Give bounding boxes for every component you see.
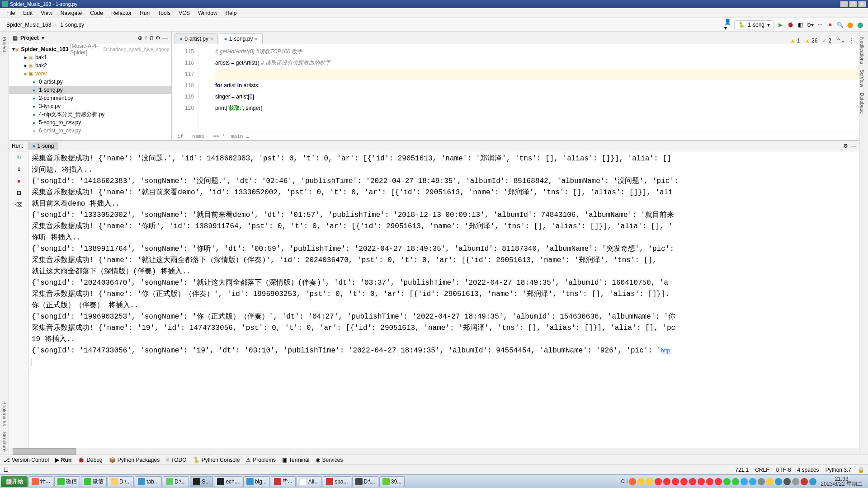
- breadcrumb-file[interactable]: 1-song.py: [58, 21, 86, 29]
- clear-button[interactable]: ⌫: [15, 201, 23, 208]
- select-opened-icon[interactable]: ⊕: [138, 35, 142, 41]
- tray-icon[interactable]: [715, 478, 722, 485]
- menu-view[interactable]: View: [37, 9, 56, 17]
- tray-icon[interactable]: [723, 478, 731, 485]
- menu-navigate[interactable]: Navigate: [57, 9, 85, 17]
- status-indent[interactable]: 4 spaces: [797, 467, 819, 473]
- tray-icon[interactable]: [809, 478, 816, 485]
- tray-icon[interactable]: [801, 478, 808, 485]
- warnings-badge[interactable]: ▲26: [805, 38, 819, 44]
- taskbar-item[interactable]: D:\...: [163, 476, 189, 487]
- search-everywhere-button[interactable]: 🔍: [836, 21, 844, 28]
- tree-item-6csv[interactable]: ●6-artist_to_csv.py: [9, 127, 171, 135]
- menu-edit[interactable]: Edit: [19, 9, 36, 17]
- taskbar-clock[interactable]: 21:33 2023/8/22 星期二: [818, 477, 865, 487]
- console-output[interactable]: 采集音乐数据成功! {'name': '没问题.', 'id': 1418602…: [29, 151, 859, 448]
- status-icon[interactable]: ☐: [4, 467, 9, 473]
- debug-button[interactable]: 🐞: [787, 21, 794, 28]
- fold-gutter[interactable]: [199, 44, 206, 132]
- tray-icon[interactable]: [766, 478, 774, 485]
- tray-icon[interactable]: [706, 478, 713, 485]
- taskbar-item[interactable]: 微信: [54, 476, 80, 487]
- status-encoding[interactable]: UTF-8: [776, 467, 791, 473]
- menu-file[interactable]: File: [3, 9, 19, 17]
- menu-refactor[interactable]: Refactor: [108, 9, 135, 17]
- taskbar-item[interactable]: D:\...: [108, 476, 134, 487]
- tool-problems[interactable]: ⚠ Problems: [246, 457, 276, 463]
- menu-run[interactable]: Run: [136, 9, 153, 17]
- tray-icon[interactable]: [646, 478, 653, 485]
- expand-icon[interactable]: ⌃⌄: [836, 38, 845, 44]
- ide-settings-icon[interactable]: ⬤: [856, 21, 863, 28]
- start-button[interactable]: 🪟 开始: [1, 476, 28, 487]
- tray-icon[interactable]: [749, 478, 756, 485]
- chevron-down-icon[interactable]: ▾: [42, 35, 44, 41]
- expand-all-icon[interactable]: ≡: [144, 35, 147, 41]
- tray-icon[interactable]: [792, 478, 799, 485]
- tree-root[interactable]: ▾ ▣ Spider_Music_163 [Music-API-Spider] …: [9, 45, 171, 53]
- user-icon[interactable]: 👤▾: [724, 21, 731, 28]
- ime-indicator[interactable]: CH: [621, 479, 627, 484]
- tray-icon[interactable]: [698, 478, 705, 485]
- tray-icon[interactable]: [629, 478, 636, 485]
- taskbar-item[interactable]: spa...: [323, 476, 351, 487]
- notifications-tool-button[interactable]: Notifications: [859, 34, 865, 67]
- menu-help[interactable]: Help: [222, 9, 241, 17]
- run-tab[interactable]: ● 1-song: [28, 142, 58, 150]
- tray-icon[interactable]: [732, 478, 739, 485]
- tool-terminal[interactable]: ▣ Terminal: [282, 457, 309, 463]
- code-editor[interactable]: 115116117118119120 # getHotArtist(0) #读取…: [172, 44, 859, 132]
- tray-icon[interactable]: [775, 478, 782, 485]
- tray-icon[interactable]: [741, 478, 748, 485]
- horizontal-scrollbar[interactable]: [9, 448, 859, 455]
- minimize-button[interactable]: _: [840, 1, 848, 7]
- layout-button[interactable]: ⊟: [15, 189, 23, 197]
- tree-item-3lyric[interactable]: ●3-lyric.py: [9, 102, 171, 110]
- collapse-all-icon[interactable]: ⇵: [149, 35, 154, 41]
- tool-run[interactable]: ▶ Run: [55, 457, 71, 463]
- gear-icon[interactable]: ⚙: [843, 143, 848, 149]
- coverage-button[interactable]: ◧: [797, 21, 804, 28]
- taskbar-item[interactable]: 计...: [28, 476, 53, 487]
- menu-tools[interactable]: Tools: [154, 9, 174, 17]
- status-position[interactable]: 721:1: [735, 467, 749, 473]
- tree-item-bak2[interactable]: ▸▣bak2: [9, 61, 171, 70]
- tool-services[interactable]: ◉ Services: [316, 457, 343, 463]
- maximize-button[interactable]: ☐: [849, 1, 857, 7]
- stop-button[interactable]: ■: [15, 178, 23, 185]
- profile-button[interactable]: ⊙▾: [807, 21, 814, 28]
- tray-icon[interactable]: [689, 478, 696, 485]
- status-interpreter[interactable]: Python 3.7: [826, 467, 851, 473]
- problems-badge[interactable]: ▲1: [790, 38, 801, 44]
- taskbar-item[interactable]: 微信: [81, 476, 107, 487]
- gear-icon[interactable]: ⚙: [156, 35, 160, 41]
- tray-icon[interactable]: [758, 478, 765, 485]
- tool-version-control[interactable]: ⎇ Version Control: [4, 457, 49, 463]
- sciview-tool-button[interactable]: SciView: [859, 67, 865, 90]
- menu-code[interactable]: Code: [86, 9, 107, 17]
- tree-item-4nlp[interactable]: ●4-nlp文本分类_情感分析.py: [9, 110, 171, 118]
- more-icon[interactable]: ⋮: [849, 38, 854, 44]
- taskbar-item[interactable]: big...: [243, 476, 270, 487]
- taskbar-item[interactable]: 39...: [379, 476, 405, 487]
- tool-todo[interactable]: ≡ TODO: [166, 457, 186, 463]
- stop-button[interactable]: ■: [826, 21, 834, 28]
- hide-icon[interactable]: —: [851, 143, 856, 149]
- project-tool-button[interactable]: Project: [2, 34, 7, 55]
- taskbar-item-active[interactable]: S...: [190, 476, 213, 487]
- tray-icon[interactable]: [680, 478, 688, 485]
- code-breadcrumb[interactable]: if __name__ == '__main_…: [172, 132, 859, 140]
- tree-item-venv[interactable]: ▸▣venv: [9, 70, 171, 78]
- tool-python-console[interactable]: 🐍 Python Console: [193, 457, 240, 463]
- taskbar-item[interactable]: tab...: [135, 476, 162, 487]
- taskbar-item[interactable]: 毕...: [271, 476, 296, 487]
- weak-badge[interactable]: ✓2: [822, 38, 833, 44]
- updates-icon[interactable]: ⬤: [846, 21, 854, 28]
- tree-item-0artist[interactable]: ●0-artist.py: [9, 78, 171, 86]
- close-icon[interactable]: ×: [255, 36, 257, 42]
- close-button[interactable]: ✕: [858, 1, 866, 7]
- structure-tool-button[interactable]: Structure: [2, 429, 7, 455]
- tool-python-packages[interactable]: 📦 Python Packages: [109, 457, 160, 463]
- hide-icon[interactable]: —: [162, 35, 168, 41]
- tree-item-1song[interactable]: ●1-song.py: [9, 86, 171, 94]
